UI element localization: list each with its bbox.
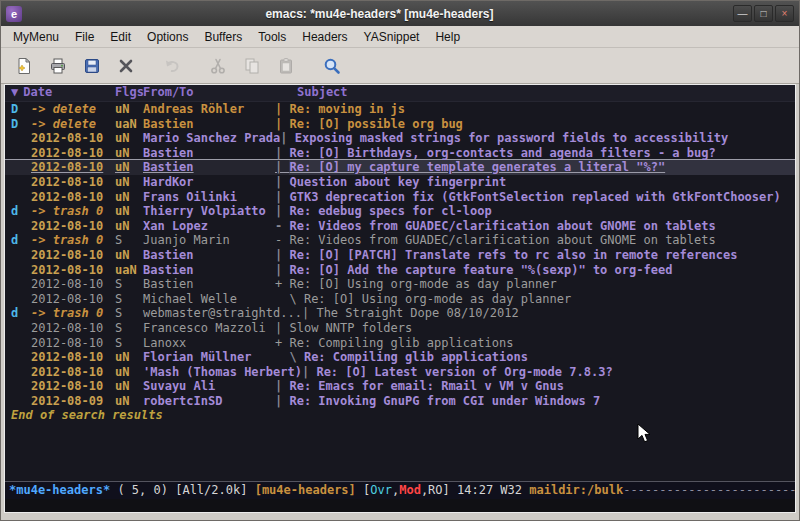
column-header-flags[interactable]: Flgs xyxy=(115,85,143,101)
new-file-icon xyxy=(14,56,34,76)
echo-area[interactable] xyxy=(5,499,795,512)
message-row[interactable]: 2012-08-10SBastien+ Re: [O] Using org-mo… xyxy=(5,277,795,292)
toolbar-button-undo[interactable] xyxy=(155,52,189,80)
message-row[interactable]: d-> trash 0Swebmaster@straightd...| The … xyxy=(5,306,795,321)
message-row[interactable]: 2012-08-10uNSuvayu Ali| Re: Emacs for em… xyxy=(5,379,795,394)
column-header-date[interactable]: ▼Date xyxy=(11,85,115,101)
thread-separator: \ xyxy=(275,350,304,365)
message-from: Florian Müllner xyxy=(143,350,275,365)
message-date: 2012-08-10 xyxy=(31,379,115,394)
thread-separator: | xyxy=(275,248,289,263)
message-flags: uN xyxy=(115,131,143,146)
message-mark xyxy=(11,321,31,336)
toolbar-button-new-file[interactable] xyxy=(7,52,41,80)
toolbar-button-print[interactable] xyxy=(41,52,75,80)
message-row[interactable]: 2012-08-10uaNBastien| Re: [O] Add the ca… xyxy=(5,263,795,278)
tool-bar xyxy=(1,48,799,84)
message-row[interactable]: D-> deleteuaNBastien| Re: [O] possible o… xyxy=(5,117,795,132)
message-subject: Re: Compiling glib applications xyxy=(289,336,795,351)
toolbar-separator xyxy=(303,54,315,78)
menu-bar: MyMenuFileEditOptionsBuffersToolsHeaders… xyxy=(1,26,799,48)
message-mark: D xyxy=(11,102,31,117)
thread-separator: + xyxy=(275,336,289,351)
title-bar: e emacs: *mu4e-headers* [mu4e-headers] —… xyxy=(1,1,799,26)
thread-separator: \ xyxy=(275,292,304,307)
message-mark xyxy=(11,248,31,263)
message-flags: uaN xyxy=(115,263,143,278)
toolbar-button-search[interactable] xyxy=(315,52,349,80)
toolbar-button-cut[interactable] xyxy=(201,52,235,80)
thread-separator: | xyxy=(275,117,289,132)
message-row[interactable]: 2012-08-10uNFrans Oilinki| GTK3 deprecat… xyxy=(5,190,795,205)
message-row[interactable]: 2012-08-10SMichael Welle \ Re: [O] Using… xyxy=(5,292,795,307)
column-header-subject[interactable]: Subject xyxy=(275,85,348,101)
minimize-button[interactable]: — xyxy=(733,5,752,22)
message-subject: Re: Invoking GnuPG from CGI under Window… xyxy=(289,394,795,409)
thread-separator: | xyxy=(275,175,289,190)
message-row[interactable]: 2012-08-10uNHardKor| Question about key … xyxy=(5,175,795,190)
message-subject: Exposing masked strings for password fie… xyxy=(295,131,795,146)
message-date: 2012-08-10 xyxy=(31,336,115,351)
menu-file[interactable]: File xyxy=(67,28,102,46)
mode-line: *mu4e-headers* ( 5, 0) [All/2.0k] [mu4e-… xyxy=(5,481,795,499)
message-subject: Re: [O] Using org-mode as day planner xyxy=(304,292,795,307)
message-row[interactable]: 2012-08-10uNMario Sanchez Prada| Exposin… xyxy=(5,131,795,146)
message-flags: uN xyxy=(115,219,143,234)
paste-icon xyxy=(276,56,296,76)
message-row[interactable]: 2012-08-09uNrobertcInSD| Re: Invoking Gn… xyxy=(5,394,795,409)
menu-options[interactable]: Options xyxy=(139,28,196,46)
message-row[interactable]: 2012-08-10uN'Mash (Thomas Herbert)| Re: … xyxy=(5,365,795,380)
menu-buffers[interactable]: Buffers xyxy=(196,28,250,46)
message-row[interactable]: 2012-08-10uNFlorian Müllner \ Re: Compil… xyxy=(5,350,795,365)
menu-headers[interactable]: Headers xyxy=(294,28,355,46)
message-row[interactable]: 2012-08-10SFrancesco Mazzoli| Slow NNTP … xyxy=(5,321,795,336)
message-from: Mario Sanchez Prada xyxy=(143,131,280,146)
message-from: Bastien xyxy=(143,263,275,278)
message-mark: d xyxy=(11,233,31,248)
save-icon xyxy=(82,56,102,76)
message-from: HardKor xyxy=(143,175,275,190)
message-row[interactable]: 2012-08-10SLanoxx+ Re: Compiling glib ap… xyxy=(5,336,795,351)
message-row[interactable]: 2012-08-10uNBastien| Re: [O] Birthdays, … xyxy=(5,146,795,161)
menu-help[interactable]: Help xyxy=(427,28,468,46)
column-header-from[interactable]: From/To xyxy=(143,85,275,101)
thread-separator: | xyxy=(275,321,289,336)
maximize-button[interactable]: □ xyxy=(754,5,773,22)
mouse-cursor xyxy=(637,423,651,445)
message-row[interactable]: 2012-08-10uNBastien| Re: [O] [PATCH] Tra… xyxy=(5,248,795,263)
message-mark xyxy=(11,379,31,394)
modeline-segment: Ovr xyxy=(370,483,392,498)
copy-icon xyxy=(242,56,262,76)
message-flags: uN xyxy=(115,175,143,190)
message-date: 2012-08-10 xyxy=(31,248,115,263)
toolbar-button-paste[interactable] xyxy=(269,52,303,80)
close-button[interactable]: × xyxy=(775,5,794,22)
message-flags: S xyxy=(115,233,143,248)
message-date: -> delete xyxy=(31,117,115,132)
message-row[interactable]: 2012-08-10uNXan Lopez- Re: Videos from G… xyxy=(5,219,795,234)
toolbar-button-close[interactable] xyxy=(109,52,143,80)
menu-tools[interactable]: Tools xyxy=(250,28,294,46)
thread-separator: | xyxy=(275,190,289,205)
message-row[interactable]: D-> deleteuNAndreas Röhler| Re: moving i… xyxy=(5,102,795,117)
message-mark xyxy=(11,394,31,409)
message-date: 2012-08-10 xyxy=(31,131,115,146)
toolbar-button-save[interactable] xyxy=(75,52,109,80)
message-row[interactable]: d-> trash 0SJuanjo Marin- Re: Videos fro… xyxy=(5,233,795,248)
menu-mymenu[interactable]: MyMenu xyxy=(5,28,67,46)
message-list: D-> deleteuNAndreas Röhler| Re: moving i… xyxy=(5,102,795,408)
message-row[interactable]: d-> trash 0uNThierry Volpiatto| Re: edeb… xyxy=(5,204,795,219)
message-date: 2012-08-10 xyxy=(31,146,115,161)
message-subject: Re: Emacs for email: Rmail v VM v Gnus xyxy=(289,379,795,394)
message-row-current[interactable]: 2012-08-10uNBastien| Re: [O] my capture … xyxy=(5,160,795,175)
menu-edit[interactable]: Edit xyxy=(102,28,139,46)
message-flags: uN xyxy=(115,160,143,175)
message-mark: d xyxy=(11,204,31,219)
message-from: 'Mash (Thomas Herbert) xyxy=(143,365,302,380)
message-from: webmaster@straightd... xyxy=(143,306,302,321)
message-mark xyxy=(11,365,31,380)
message-from: Bastien xyxy=(143,277,275,292)
message-subject: Re: [O] possible org bug xyxy=(289,117,795,132)
menu-yasnippet[interactable]: YASnippet xyxy=(356,28,428,46)
toolbar-button-copy[interactable] xyxy=(235,52,269,80)
